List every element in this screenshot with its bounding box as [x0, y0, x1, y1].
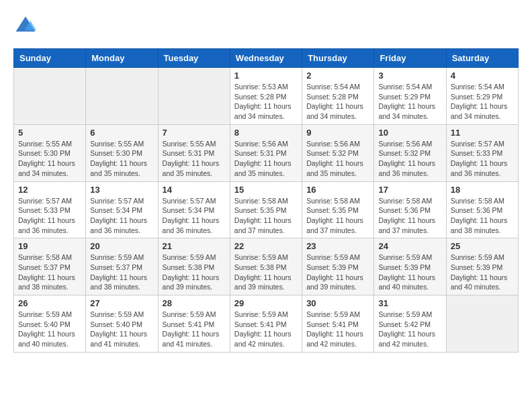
day-number: 15: [234, 185, 298, 195]
logo-icon: [13, 13, 38, 38]
day-number: 27: [90, 298, 153, 308]
day-info: Sunrise: 5:55 AM Sunset: 5:30 PM Dayligh…: [90, 139, 153, 179]
day-info: Sunrise: 5:56 AM Sunset: 5:32 PM Dayligh…: [306, 139, 369, 179]
calendar-cell: [14, 68, 86, 125]
day-info: Sunrise: 5:59 AM Sunset: 5:38 PM Dayligh…: [234, 253, 298, 292]
day-info: Sunrise: 5:59 AM Sunset: 5:40 PM Dayligh…: [90, 310, 153, 349]
calendar-week-row: 1Sunrise: 5:53 AM Sunset: 5:28 PM Daylig…: [14, 68, 519, 125]
calendar-cell: 18Sunrise: 5:58 AM Sunset: 5:36 PM Dayli…: [446, 181, 518, 238]
calendar-cell: [158, 68, 230, 125]
calendar-cell: 29Sunrise: 5:59 AM Sunset: 5:41 PM Dayli…: [230, 295, 302, 353]
header: [13, 13, 519, 38]
calendar-cell: 7Sunrise: 5:55 AM Sunset: 5:31 PM Daylig…: [158, 124, 230, 181]
day-info: Sunrise: 5:59 AM Sunset: 5:39 PM Dayligh…: [378, 253, 441, 292]
day-number: 30: [306, 298, 369, 308]
day-info: Sunrise: 5:57 AM Sunset: 5:34 PM Dayligh…: [90, 196, 153, 236]
day-info: Sunrise: 5:55 AM Sunset: 5:31 PM Dayligh…: [163, 139, 226, 179]
day-info: Sunrise: 5:58 AM Sunset: 5:36 PM Dayligh…: [451, 196, 514, 236]
calendar-cell: 5Sunrise: 5:55 AM Sunset: 5:30 PM Daylig…: [14, 124, 86, 181]
day-number: 11: [451, 128, 514, 138]
day-number: 13: [90, 185, 153, 195]
day-info: Sunrise: 5:58 AM Sunset: 5:36 PM Dayligh…: [378, 196, 441, 236]
day-info: Sunrise: 5:54 AM Sunset: 5:28 PM Dayligh…: [306, 82, 369, 122]
calendar-cell: 11Sunrise: 5:57 AM Sunset: 5:33 PM Dayli…: [446, 124, 518, 181]
day-number: 9: [306, 128, 369, 138]
logo: [13, 13, 40, 38]
day-info: Sunrise: 5:53 AM Sunset: 5:28 PM Dayligh…: [234, 82, 298, 122]
day-info: Sunrise: 5:54 AM Sunset: 5:29 PM Dayligh…: [451, 82, 514, 122]
day-info: Sunrise: 5:59 AM Sunset: 5:41 PM Dayligh…: [163, 310, 226, 349]
day-number: 23: [306, 241, 369, 251]
calendar-cell: 25Sunrise: 5:59 AM Sunset: 5:39 PM Dayli…: [446, 238, 518, 295]
day-info: Sunrise: 5:59 AM Sunset: 5:40 PM Dayligh…: [18, 310, 81, 349]
day-number: 1: [234, 71, 298, 81]
day-number: 17: [378, 185, 441, 195]
calendar-cell: 15Sunrise: 5:58 AM Sunset: 5:35 PM Dayli…: [230, 181, 302, 238]
calendar-cell: 14Sunrise: 5:57 AM Sunset: 5:34 PM Dayli…: [158, 181, 230, 238]
day-number: 7: [163, 128, 226, 138]
day-info: Sunrise: 5:55 AM Sunset: 5:30 PM Dayligh…: [18, 139, 81, 179]
day-number: 18: [451, 185, 514, 195]
calendar-cell: [446, 295, 518, 353]
day-info: Sunrise: 5:57 AM Sunset: 5:33 PM Dayligh…: [451, 139, 514, 179]
column-header-sunday: Sunday: [14, 49, 86, 68]
calendar-cell: 27Sunrise: 5:59 AM Sunset: 5:40 PM Dayli…: [86, 295, 158, 353]
day-number: 6: [90, 128, 153, 138]
day-number: 19: [18, 241, 81, 251]
day-number: 24: [378, 241, 441, 251]
calendar-cell: 17Sunrise: 5:58 AM Sunset: 5:36 PM Dayli…: [374, 181, 446, 238]
calendar-cell: 2Sunrise: 5:54 AM Sunset: 5:28 PM Daylig…: [302, 68, 374, 125]
calendar-cell: [86, 68, 158, 125]
day-info: Sunrise: 5:58 AM Sunset: 5:35 PM Dayligh…: [234, 196, 298, 236]
column-header-monday: Monday: [86, 49, 158, 68]
day-info: Sunrise: 5:56 AM Sunset: 5:32 PM Dayligh…: [378, 139, 441, 179]
column-header-wednesday: Wednesday: [230, 49, 302, 68]
calendar-week-row: 5Sunrise: 5:55 AM Sunset: 5:30 PM Daylig…: [14, 124, 519, 181]
day-info: Sunrise: 5:59 AM Sunset: 5:38 PM Dayligh…: [163, 253, 226, 292]
calendar-header-row: SundayMondayTuesdayWednesdayThursdayFrid…: [14, 49, 519, 68]
day-number: 4: [451, 71, 514, 81]
day-info: Sunrise: 5:59 AM Sunset: 5:39 PM Dayligh…: [451, 253, 514, 292]
day-number: 14: [163, 185, 226, 195]
day-info: Sunrise: 5:59 AM Sunset: 5:39 PM Dayligh…: [306, 253, 369, 292]
calendar-cell: 28Sunrise: 5:59 AM Sunset: 5:41 PM Dayli…: [158, 295, 230, 353]
calendar-cell: 30Sunrise: 5:59 AM Sunset: 5:41 PM Dayli…: [302, 295, 374, 353]
column-header-friday: Friday: [374, 49, 446, 68]
day-number: 21: [163, 241, 226, 251]
calendar-cell: 8Sunrise: 5:56 AM Sunset: 5:31 PM Daylig…: [230, 124, 302, 181]
column-header-tuesday: Tuesday: [158, 49, 230, 68]
calendar-cell: 9Sunrise: 5:56 AM Sunset: 5:32 PM Daylig…: [302, 124, 374, 181]
calendar-cell: 19Sunrise: 5:58 AM Sunset: 5:37 PM Dayli…: [14, 238, 86, 295]
calendar-week-row: 12Sunrise: 5:57 AM Sunset: 5:33 PM Dayli…: [14, 181, 519, 238]
calendar-cell: 1Sunrise: 5:53 AM Sunset: 5:28 PM Daylig…: [230, 68, 302, 125]
day-number: 5: [18, 128, 81, 138]
day-number: 8: [234, 128, 298, 138]
calendar-week-row: 26Sunrise: 5:59 AM Sunset: 5:40 PM Dayli…: [14, 295, 519, 353]
calendar-cell: 10Sunrise: 5:56 AM Sunset: 5:32 PM Dayli…: [374, 124, 446, 181]
day-number: 31: [378, 298, 441, 308]
calendar-cell: 12Sunrise: 5:57 AM Sunset: 5:33 PM Dayli…: [14, 181, 86, 238]
day-info: Sunrise: 5:58 AM Sunset: 5:37 PM Dayligh…: [18, 253, 81, 292]
calendar-cell: 26Sunrise: 5:59 AM Sunset: 5:40 PM Dayli…: [14, 295, 86, 353]
day-info: Sunrise: 5:57 AM Sunset: 5:33 PM Dayligh…: [18, 196, 81, 236]
day-info: Sunrise: 5:59 AM Sunset: 5:41 PM Dayligh…: [234, 310, 298, 349]
day-number: 12: [18, 185, 81, 195]
day-number: 10: [378, 128, 441, 138]
day-info: Sunrise: 5:54 AM Sunset: 5:29 PM Dayligh…: [378, 82, 441, 122]
day-number: 26: [18, 298, 81, 308]
day-info: Sunrise: 5:58 AM Sunset: 5:35 PM Dayligh…: [306, 196, 369, 236]
calendar-cell: 20Sunrise: 5:59 AM Sunset: 5:37 PM Dayli…: [86, 238, 158, 295]
day-info: Sunrise: 5:59 AM Sunset: 5:37 PM Dayligh…: [90, 253, 153, 292]
day-number: 20: [90, 241, 153, 251]
calendar-cell: 16Sunrise: 5:58 AM Sunset: 5:35 PM Dayli…: [302, 181, 374, 238]
calendar-cell: 22Sunrise: 5:59 AM Sunset: 5:38 PM Dayli…: [230, 238, 302, 295]
calendar-cell: 13Sunrise: 5:57 AM Sunset: 5:34 PM Dayli…: [86, 181, 158, 238]
calendar-week-row: 19Sunrise: 5:58 AM Sunset: 5:37 PM Dayli…: [14, 238, 519, 295]
day-number: 16: [306, 185, 369, 195]
day-info: Sunrise: 5:56 AM Sunset: 5:31 PM Dayligh…: [234, 139, 298, 179]
day-number: 29: [234, 298, 298, 308]
calendar-cell: 3Sunrise: 5:54 AM Sunset: 5:29 PM Daylig…: [374, 68, 446, 125]
day-number: 2: [306, 71, 369, 81]
calendar-cell: 21Sunrise: 5:59 AM Sunset: 5:38 PM Dayli…: [158, 238, 230, 295]
calendar-cell: 24Sunrise: 5:59 AM Sunset: 5:39 PM Dayli…: [374, 238, 446, 295]
